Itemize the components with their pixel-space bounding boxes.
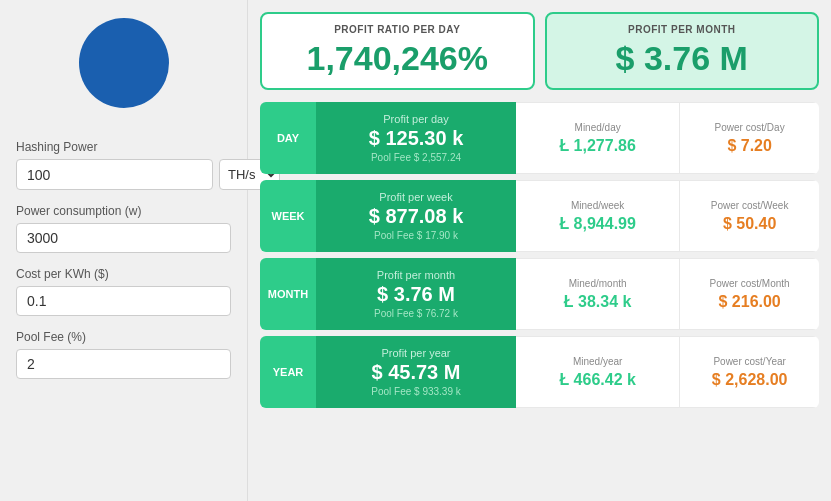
metric-box-1: PROFIT PER MONTH$ 3.76 M	[545, 12, 820, 90]
data-row-year: YearProfit per year$ 45.73 MPool Fee $ 9…	[260, 336, 819, 408]
right-panel: PROFIT RATIO PER DAY1,740,246%PROFIT PER…	[248, 0, 831, 501]
logo	[79, 18, 169, 108]
profit-value-3: $ 45.73 M	[372, 361, 461, 384]
top-metrics: PROFIT RATIO PER DAY1,740,246%PROFIT PER…	[260, 12, 819, 90]
power-value-2: $ 216.00	[718, 293, 780, 311]
power-label-3: Power cost/Year	[713, 356, 785, 367]
profit-value-0: $ 125.30 k	[369, 127, 464, 150]
profit-value-1: $ 877.08 k	[369, 205, 464, 228]
row-profit-cell-0: Profit per day$ 125.30 kPool Fee $ 2,557…	[316, 102, 516, 174]
mined-label-2: Mined/month	[569, 278, 627, 289]
row-profit-cell-2: Profit per month$ 3.76 MPool Fee $ 76.72…	[316, 258, 516, 330]
input-power-consumption[interactable]	[16, 223, 231, 253]
data-row-week: WeekProfit per week$ 877.08 kPool Fee $ …	[260, 180, 819, 252]
mined-value-1: Ł 8,944.99	[559, 215, 636, 233]
mined-cell-1: Mined/weekŁ 8,944.99	[516, 180, 679, 252]
profit-label-1: Profit per week	[379, 191, 452, 203]
pool-fee-3: Pool Fee $ 933.39 k	[371, 386, 461, 397]
input-pool-fee[interactable]	[16, 349, 231, 379]
data-row-day: DayProfit per day$ 125.30 kPool Fee $ 2,…	[260, 102, 819, 174]
left-panel: Hashing PowerTH/sGH/sMH/sPower consumpti…	[0, 0, 248, 501]
power-value-0: $ 7.20	[727, 137, 771, 155]
field-group-power-consumption: Power consumption (w)	[16, 204, 231, 253]
power-value-3: $ 2,628.00	[712, 371, 788, 389]
power-label-2: Power cost/Month	[710, 278, 790, 289]
metric-label-0: PROFIT RATIO PER DAY	[276, 24, 519, 35]
input-hashing-power[interactable]	[16, 159, 213, 190]
profit-label-3: Profit per year	[381, 347, 450, 359]
label-cost-per-kwh: Cost per KWh ($)	[16, 267, 231, 281]
mined-value-3: Ł 466.42 k	[559, 371, 636, 389]
data-rows: DayProfit per day$ 125.30 kPool Fee $ 2,…	[260, 102, 819, 489]
profit-label-2: Profit per month	[377, 269, 455, 281]
row-profit-cell-1: Profit per week$ 877.08 kPool Fee $ 17.9…	[316, 180, 516, 252]
row-period-day: Day	[260, 102, 316, 174]
power-label-0: Power cost/Day	[715, 122, 785, 133]
power-cell-3: Power cost/Year$ 2,628.00	[679, 336, 819, 408]
power-label-1: Power cost/Week	[711, 200, 789, 211]
input-cost-per-kwh[interactable]	[16, 286, 231, 316]
mined-cell-0: Mined/dayŁ 1,277.86	[516, 102, 679, 174]
power-cell-2: Power cost/Month$ 216.00	[679, 258, 819, 330]
label-pool-fee: Pool Fee (%)	[16, 330, 231, 344]
metric-value-0: 1,740,246%	[276, 39, 519, 78]
label-hashing-power: Hashing Power	[16, 140, 231, 154]
row-period-year: Year	[260, 336, 316, 408]
app-container: Hashing PowerTH/sGH/sMH/sPower consumpti…	[0, 0, 831, 501]
metric-label-1: PROFIT PER MONTH	[561, 24, 804, 35]
mined-cell-3: Mined/yearŁ 466.42 k	[516, 336, 679, 408]
row-period-month: Month	[260, 258, 316, 330]
row-profit-cell-3: Profit per year$ 45.73 MPool Fee $ 933.3…	[316, 336, 516, 408]
metric-box-0: PROFIT RATIO PER DAY1,740,246%	[260, 12, 535, 90]
label-power-consumption: Power consumption (w)	[16, 204, 231, 218]
field-group-hashing-power: Hashing PowerTH/sGH/sMH/s	[16, 140, 231, 190]
mined-label-0: Mined/day	[575, 122, 621, 133]
field-group-pool-fee: Pool Fee (%)	[16, 330, 231, 379]
pool-fee-2: Pool Fee $ 76.72 k	[374, 308, 458, 319]
metric-value-1: $ 3.76 M	[561, 39, 804, 78]
power-cell-0: Power cost/Day$ 7.20	[679, 102, 819, 174]
mined-value-0: Ł 1,277.86	[559, 137, 636, 155]
data-row-month: MonthProfit per month$ 3.76 MPool Fee $ …	[260, 258, 819, 330]
power-value-1: $ 50.40	[723, 215, 776, 233]
row-period-week: Week	[260, 180, 316, 252]
pool-fee-0: Pool Fee $ 2,557.24	[371, 152, 461, 163]
mined-cell-2: Mined/monthŁ 38.34 k	[516, 258, 679, 330]
pool-fee-1: Pool Fee $ 17.90 k	[374, 230, 458, 241]
mined-value-2: Ł 38.34 k	[564, 293, 632, 311]
mined-label-1: Mined/week	[571, 200, 624, 211]
profit-label-0: Profit per day	[383, 113, 448, 125]
power-cell-1: Power cost/Week$ 50.40	[679, 180, 819, 252]
profit-value-2: $ 3.76 M	[377, 283, 455, 306]
mined-label-3: Mined/year	[573, 356, 622, 367]
field-group-cost-per-kwh: Cost per KWh ($)	[16, 267, 231, 316]
